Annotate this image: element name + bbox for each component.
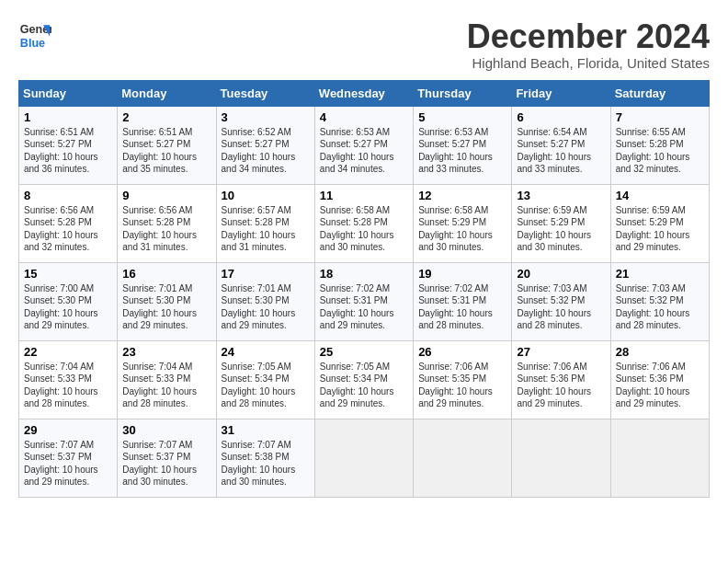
day-number: 12 xyxy=(418,189,506,202)
day-number: 24 xyxy=(222,345,310,359)
table-row: 29 Sunrise: 7:07 AMSunset: 5:37 PMDaylig… xyxy=(19,419,118,497)
month-year-title: December 2024 xyxy=(467,18,710,55)
col-tuesday: Tuesday xyxy=(216,80,314,106)
day-info: Sunrise: 7:01 AMSunset: 5:30 PMDaylight:… xyxy=(222,283,296,331)
day-number: 15 xyxy=(24,267,112,281)
day-number: 2 xyxy=(122,110,210,124)
table-row: 13 Sunrise: 6:59 AMSunset: 5:29 PMDaylig… xyxy=(512,184,610,262)
table-row: 23 Sunrise: 7:04 AMSunset: 5:33 PMDaylig… xyxy=(118,340,216,419)
day-info: Sunrise: 6:59 AMSunset: 5:29 PMDaylight:… xyxy=(616,205,690,253)
day-number: 11 xyxy=(320,189,408,202)
day-info: Sunrise: 7:06 AMSunset: 5:36 PMDaylight:… xyxy=(616,362,690,409)
col-saturday: Saturday xyxy=(610,80,709,106)
calendar-table: Sunday Monday Tuesday Wednesday Thursday… xyxy=(18,80,710,498)
calendar-header-row: Sunday Monday Tuesday Wednesday Thursday… xyxy=(19,80,710,106)
day-info: Sunrise: 6:53 AMSunset: 5:27 PMDaylight:… xyxy=(320,127,394,175)
day-info: Sunrise: 7:07 AMSunset: 5:37 PMDaylight:… xyxy=(122,440,197,488)
calendar-week-row: 29 Sunrise: 7:07 AMSunset: 5:37 PMDaylig… xyxy=(19,419,710,497)
day-number: 22 xyxy=(24,345,112,359)
day-info: Sunrise: 7:03 AMSunset: 5:32 PMDaylight:… xyxy=(616,283,690,331)
col-wednesday: Wednesday xyxy=(314,80,413,106)
table-row: 31 Sunrise: 7:07 AMSunset: 5:38 PMDaylig… xyxy=(216,419,314,497)
table-row: 4 Sunrise: 6:53 AMSunset: 5:27 PMDayligh… xyxy=(314,106,413,184)
day-number: 4 xyxy=(320,110,408,124)
table-row xyxy=(610,419,709,497)
day-number: 20 xyxy=(517,267,605,281)
day-number: 25 xyxy=(320,345,408,359)
day-info: Sunrise: 6:58 AMSunset: 5:29 PMDaylight:… xyxy=(418,205,493,253)
col-sunday: Sunday xyxy=(19,80,118,106)
day-number: 13 xyxy=(517,189,605,202)
day-number: 17 xyxy=(222,267,310,281)
table-row: 24 Sunrise: 7:05 AMSunset: 5:34 PMDaylig… xyxy=(216,340,314,419)
location-subtitle: Highland Beach, Florida, United States xyxy=(467,55,710,71)
day-number: 31 xyxy=(222,423,310,437)
logo-icon: General Blue xyxy=(18,18,51,52)
table-row: 27 Sunrise: 7:06 AMSunset: 5:36 PMDaylig… xyxy=(512,340,610,419)
table-row: 2 Sunrise: 6:51 AMSunset: 5:27 PMDayligh… xyxy=(118,106,216,184)
day-info: Sunrise: 7:06 AMSunset: 5:36 PMDaylight:… xyxy=(517,362,591,409)
table-row: 7 Sunrise: 6:55 AMSunset: 5:28 PMDayligh… xyxy=(610,106,709,184)
calendar-week-row: 1 Sunrise: 6:51 AMSunset: 5:27 PMDayligh… xyxy=(19,106,710,184)
table-row: 28 Sunrise: 7:06 AMSunset: 5:36 PMDaylig… xyxy=(610,340,709,419)
table-row: 18 Sunrise: 7:02 AMSunset: 5:31 PMDaylig… xyxy=(314,262,413,340)
table-row: 3 Sunrise: 6:52 AMSunset: 5:27 PMDayligh… xyxy=(216,106,314,184)
table-row: 25 Sunrise: 7:05 AMSunset: 5:34 PMDaylig… xyxy=(314,340,413,419)
table-row: 26 Sunrise: 7:06 AMSunset: 5:35 PMDaylig… xyxy=(414,340,512,419)
table-row: 30 Sunrise: 7:07 AMSunset: 5:37 PMDaylig… xyxy=(118,419,216,497)
table-row: 1 Sunrise: 6:51 AMSunset: 5:27 PMDayligh… xyxy=(19,106,118,184)
day-info: Sunrise: 7:03 AMSunset: 5:32 PMDaylight:… xyxy=(517,283,591,331)
table-row: 15 Sunrise: 7:00 AMSunset: 5:30 PMDaylig… xyxy=(19,262,118,340)
table-row xyxy=(512,419,610,497)
page-header: General Blue December 2024 Highland Beac… xyxy=(18,18,710,71)
table-row: 19 Sunrise: 7:02 AMSunset: 5:31 PMDaylig… xyxy=(414,262,512,340)
day-number: 19 xyxy=(418,267,506,281)
day-info: Sunrise: 7:05 AMSunset: 5:34 PMDaylight:… xyxy=(320,362,394,409)
svg-text:Blue: Blue xyxy=(20,37,45,50)
day-info: Sunrise: 7:07 AMSunset: 5:37 PMDaylight:… xyxy=(24,440,98,488)
col-thursday: Thursday xyxy=(414,80,512,106)
day-info: Sunrise: 7:06 AMSunset: 5:35 PMDaylight:… xyxy=(418,362,493,409)
table-row xyxy=(414,419,512,497)
title-block: December 2024 Highland Beach, Florida, U… xyxy=(467,18,710,71)
day-info: Sunrise: 6:57 AMSunset: 5:28 PMDaylight:… xyxy=(222,205,296,253)
day-number: 30 xyxy=(122,423,210,437)
calendar-week-row: 8 Sunrise: 6:56 AMSunset: 5:28 PMDayligh… xyxy=(19,184,710,262)
table-row: 11 Sunrise: 6:58 AMSunset: 5:28 PMDaylig… xyxy=(314,184,413,262)
day-info: Sunrise: 6:56 AMSunset: 5:28 PMDaylight:… xyxy=(24,205,98,253)
day-number: 21 xyxy=(616,267,704,281)
table-row: 22 Sunrise: 7:04 AMSunset: 5:33 PMDaylig… xyxy=(19,340,118,419)
table-row: 10 Sunrise: 6:57 AMSunset: 5:28 PMDaylig… xyxy=(216,184,314,262)
day-info: Sunrise: 6:58 AMSunset: 5:28 PMDaylight:… xyxy=(320,205,394,253)
day-info: Sunrise: 6:59 AMSunset: 5:29 PMDaylight:… xyxy=(517,205,591,253)
table-row xyxy=(314,419,413,497)
col-friday: Friday xyxy=(512,80,610,106)
day-info: Sunrise: 7:02 AMSunset: 5:31 PMDaylight:… xyxy=(320,283,394,331)
day-number: 16 xyxy=(122,267,210,281)
table-row: 6 Sunrise: 6:54 AMSunset: 5:27 PMDayligh… xyxy=(512,106,610,184)
day-number: 8 xyxy=(24,189,112,202)
table-row: 21 Sunrise: 7:03 AMSunset: 5:32 PMDaylig… xyxy=(610,262,709,340)
table-row: 20 Sunrise: 7:03 AMSunset: 5:32 PMDaylig… xyxy=(512,262,610,340)
day-info: Sunrise: 7:00 AMSunset: 5:30 PMDaylight:… xyxy=(24,283,98,331)
table-row: 17 Sunrise: 7:01 AMSunset: 5:30 PMDaylig… xyxy=(216,262,314,340)
calendar-week-row: 22 Sunrise: 7:04 AMSunset: 5:33 PMDaylig… xyxy=(19,340,710,419)
table-row: 9 Sunrise: 6:56 AMSunset: 5:28 PMDayligh… xyxy=(118,184,216,262)
day-info: Sunrise: 6:51 AMSunset: 5:27 PMDaylight:… xyxy=(122,127,197,175)
day-number: 7 xyxy=(616,110,704,124)
day-number: 3 xyxy=(222,110,310,124)
day-info: Sunrise: 7:02 AMSunset: 5:31 PMDaylight:… xyxy=(418,283,493,331)
day-info: Sunrise: 7:01 AMSunset: 5:30 PMDaylight:… xyxy=(122,283,197,331)
table-row: 12 Sunrise: 6:58 AMSunset: 5:29 PMDaylig… xyxy=(414,184,512,262)
day-number: 10 xyxy=(222,189,310,202)
day-number: 18 xyxy=(320,267,408,281)
day-info: Sunrise: 6:51 AMSunset: 5:27 PMDaylight:… xyxy=(24,127,98,175)
table-row: 5 Sunrise: 6:53 AMSunset: 5:27 PMDayligh… xyxy=(414,106,512,184)
day-info: Sunrise: 7:04 AMSunset: 5:33 PMDaylight:… xyxy=(122,362,197,409)
day-number: 27 xyxy=(517,345,605,359)
day-number: 29 xyxy=(24,423,112,437)
table-row: 8 Sunrise: 6:56 AMSunset: 5:28 PMDayligh… xyxy=(19,184,118,262)
day-info: Sunrise: 7:07 AMSunset: 5:38 PMDaylight:… xyxy=(222,440,296,488)
day-info: Sunrise: 6:53 AMSunset: 5:27 PMDaylight:… xyxy=(418,127,493,175)
table-row: 14 Sunrise: 6:59 AMSunset: 5:29 PMDaylig… xyxy=(610,184,709,262)
